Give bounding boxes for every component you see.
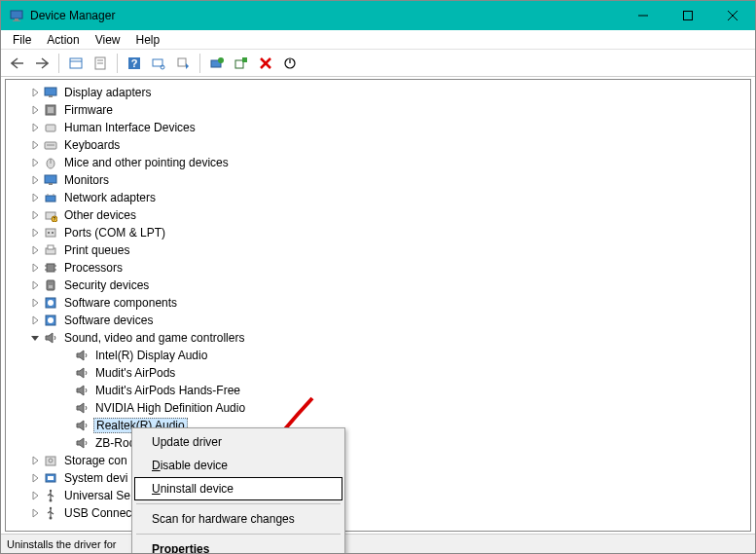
expander-icon[interactable]	[29, 104, 41, 116]
expander-icon[interactable]	[29, 490, 41, 501]
tree-item-label: Mudit's AirPods Hands-Free	[93, 384, 242, 397]
context-menu-item[interactable]: Disable device	[134, 454, 342, 477]
tree-item-label: Keyboards	[62, 138, 122, 152]
software-icon	[43, 295, 58, 311]
back-button[interactable]	[7, 53, 28, 74]
device-category[interactable]: Monitors	[6, 171, 750, 189]
uninstall-icon[interactable]	[231, 53, 252, 74]
device-category[interactable]: Universal Se	[6, 487, 750, 504]
keyboard-icon	[43, 137, 58, 153]
device-category[interactable]: USB Connec	[6, 504, 750, 522]
menu-file[interactable]: File	[5, 31, 39, 49]
show-hidden-icon[interactable]	[65, 53, 87, 74]
device-category[interactable]: Storage con	[6, 452, 750, 469]
menu-view[interactable]: View	[88, 31, 128, 49]
tree-item-label: Ports (COM & LPT)	[62, 226, 167, 240]
device-category[interactable]: Sound, video and game controllers	[6, 329, 750, 347]
device-category[interactable]: Software components	[6, 294, 750, 312]
expander-icon[interactable]	[29, 122, 41, 133]
device-category[interactable]: System devi	[6, 469, 750, 487]
expander-icon[interactable]	[29, 332, 41, 344]
expander-icon[interactable]	[29, 192, 41, 203]
device-category[interactable]: Processors	[6, 259, 750, 277]
properties-icon[interactable]	[90, 53, 111, 74]
minimize-button[interactable]	[621, 1, 666, 30]
tree-item-label: Sound, video and game controllers	[62, 331, 246, 345]
usb-icon	[43, 505, 58, 521]
device-item[interactable]: Mudit's AirPods	[6, 364, 750, 382]
expander-icon[interactable]	[29, 139, 41, 151]
add-legacy-icon[interactable]	[172, 53, 194, 74]
context-menu-item[interactable]: Update driver	[134, 430, 342, 454]
expander-icon[interactable]	[29, 297, 41, 309]
tree-item-label: Other devices	[62, 208, 138, 222]
device-category[interactable]: Mice and other pointing devices	[6, 154, 750, 171]
context-menu-separator	[136, 534, 341, 535]
svg-rect-14	[153, 59, 162, 66]
tree-item-label: Mice and other pointing devices	[62, 156, 231, 169]
context-menu-item[interactable]: Scan for hardware changes	[134, 507, 342, 531]
expander-icon[interactable]	[29, 244, 41, 256]
tree-item-label: Intel(R) Display Audio	[93, 349, 209, 362]
device-category[interactable]: Print queues	[6, 241, 750, 259]
expander-icon[interactable]	[29, 157, 41, 168]
expander-icon[interactable]	[29, 314, 41, 326]
statusbar-text: Uninstalls the driver for	[7, 538, 117, 550]
forward-button[interactable]	[31, 53, 53, 74]
device-item[interactable]: ZB-Rock	[6, 434, 750, 452]
tree-item-label: Monitors	[62, 173, 111, 187]
svg-text:?: ?	[131, 57, 138, 69]
device-item[interactable]: Intel(R) Display Audio	[6, 347, 750, 364]
expander-icon[interactable]	[29, 227, 41, 239]
device-tree[interactable]: Display adaptersFirmwareHuman Interface …	[5, 79, 751, 532]
device-category[interactable]: Software devices	[6, 312, 750, 329]
window-controls	[621, 1, 755, 30]
context-menu-item[interactable]: Properties	[134, 537, 342, 554]
menu-action[interactable]: Action	[39, 31, 87, 49]
expander-icon[interactable]	[29, 209, 41, 221]
device-category[interactable]: Security devices	[6, 277, 750, 294]
tree-item-label: Processors	[62, 261, 125, 275]
device-category[interactable]: Display adapters	[6, 84, 750, 101]
scan-icon[interactable]	[148, 53, 169, 74]
context-menu: Update driverDisable deviceUninstall dev…	[131, 427, 345, 554]
storage-icon	[43, 453, 58, 468]
close-button[interactable]	[710, 1, 755, 30]
svg-point-42	[48, 232, 50, 234]
svg-rect-52	[49, 285, 53, 288]
help-icon[interactable]: ?	[124, 53, 145, 74]
device-category[interactable]: ?Other devices	[6, 206, 750, 224]
expander-icon[interactable]	[29, 455, 41, 466]
svg-rect-41	[46, 229, 55, 237]
expander-icon[interactable]	[29, 507, 41, 519]
app-icon	[9, 8, 24, 23]
expander-icon[interactable]	[29, 472, 41, 484]
toolbar-separator	[199, 54, 200, 73]
context-menu-item[interactable]: Uninstall device	[134, 477, 342, 500]
device-category[interactable]: Keyboards	[6, 136, 750, 154]
device-category[interactable]: Human Interface Devices	[6, 119, 750, 136]
disable-icon[interactable]	[255, 53, 276, 74]
update-driver-icon[interactable]	[206, 53, 228, 74]
sound-icon	[74, 435, 90, 451]
device-item[interactable]: Realtek(R) Audio	[6, 417, 750, 434]
svg-point-63	[50, 507, 52, 509]
device-category[interactable]: Firmware	[6, 101, 750, 119]
svg-rect-7	[70, 58, 82, 68]
expander-icon[interactable]	[29, 87, 41, 98]
expander-icon[interactable]	[29, 174, 41, 186]
expander-icon[interactable]	[29, 279, 41, 291]
enable-icon[interactable]	[279, 53, 301, 74]
tree-item-label: Display adapters	[62, 86, 153, 99]
device-item[interactable]: Mudit's AirPods Hands-Free	[6, 382, 750, 399]
device-category[interactable]: Network adapters	[6, 189, 750, 206]
mouse-icon	[43, 155, 58, 170]
device-category[interactable]: Ports (COM & LPT)	[6, 224, 750, 241]
maximize-button[interactable]	[666, 1, 710, 30]
expander-icon[interactable]	[29, 262, 41, 274]
menu-help[interactable]: Help	[128, 31, 168, 49]
context-menu-separator	[136, 503, 341, 504]
tree-item-label: Print queues	[62, 243, 131, 257]
tree-item-label: Human Interface Devices	[62, 121, 198, 134]
device-item[interactable]: NVIDIA High Definition Audio	[6, 399, 750, 417]
